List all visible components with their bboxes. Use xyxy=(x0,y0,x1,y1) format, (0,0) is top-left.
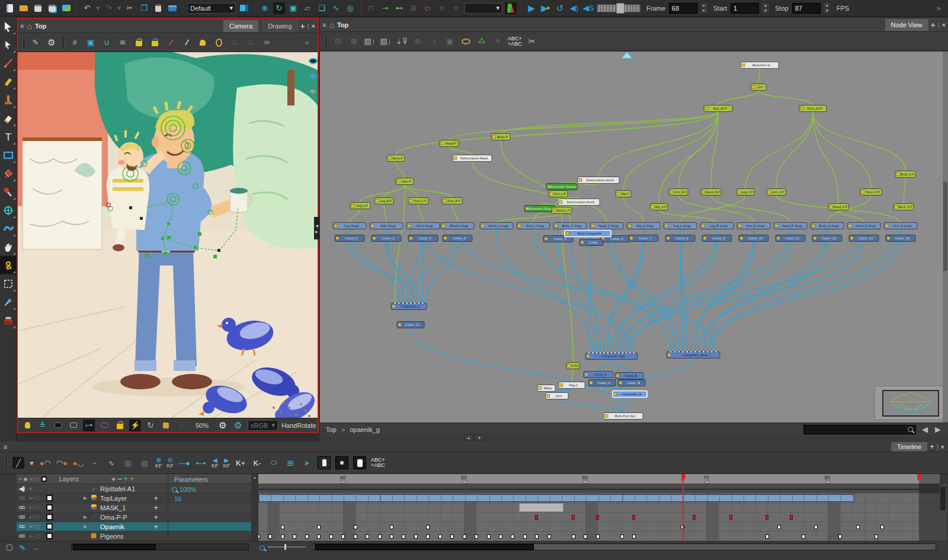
cable-cutter-icon[interactable]: ✂ xyxy=(526,36,538,47)
graph-node-ctb[interactable]: Cutter_B xyxy=(618,380,645,386)
lock-view-icon[interactable] xyxy=(114,420,126,431)
track-row-Pigeons[interactable] xyxy=(258,532,940,541)
add-layer-button[interactable]: + xyxy=(111,475,116,484)
stop-motion-keyframe-icon[interactable]: ▪–▪ xyxy=(195,457,207,469)
node-wire[interactable] xyxy=(602,386,630,391)
top-light-icon[interactable]: ⬭ xyxy=(245,37,257,49)
pen-tool-icon[interactable]: ╱ xyxy=(12,457,24,469)
keyframe[interactable] xyxy=(378,535,382,539)
timeline-splitter-buttons[interactable]: ▲▼ xyxy=(464,434,484,441)
graph-node-s13[interactable]: Cutter_13 xyxy=(849,235,879,242)
graph-node-mcomp[interactable]: Multi-Composite xyxy=(565,231,611,237)
slider-b-icon[interactable]: ≑ xyxy=(450,2,462,14)
add-view-icon[interactable]: + xyxy=(931,20,936,30)
node-graph-canvas[interactable]: Multi-Port-InG-POpa_All-POma_All-PNeck-P… xyxy=(320,52,948,423)
graph-node-e3[interactable]: Deco (img) xyxy=(406,223,440,229)
node-wire[interactable] xyxy=(557,399,623,413)
color-card-icon[interactable] xyxy=(505,2,517,14)
panel-splitter[interactable]: ◀▶ xyxy=(314,217,319,239)
node-wire[interactable] xyxy=(557,389,572,393)
node-wire[interactable] xyxy=(758,69,760,84)
node-wire[interactable] xyxy=(497,229,593,353)
layer-enable-checkbox[interactable] xyxy=(46,523,53,530)
paint-tool[interactable] xyxy=(0,164,17,183)
graph-node-hips[interactable]: Hips-P xyxy=(396,178,414,185)
graph-node-s8[interactable]: Cutter_8 xyxy=(665,235,695,242)
graph-node-e13[interactable]: Hand_R (img) xyxy=(774,223,807,229)
layer-enable-checkbox[interactable] xyxy=(46,514,53,520)
graph-node-s3[interactable]: Cutter_3 xyxy=(408,235,438,242)
frame-input[interactable]: 68 xyxy=(669,3,697,14)
graph-node-defa2[interactable]: Deformation-Arm2 xyxy=(558,199,600,206)
align-icon[interactable]: ⊞ xyxy=(408,2,419,14)
playhead[interactable] xyxy=(683,474,684,541)
keyframe-red[interactable] xyxy=(535,515,538,520)
brush-preset-icon[interactable]: ✎ xyxy=(30,37,41,49)
graph-node-cutL[interactable]: Cutter_17 xyxy=(397,322,424,328)
breadcrumb-current[interactable]: opaenik_g xyxy=(350,426,380,433)
keyframe[interactable] xyxy=(329,535,333,539)
keyframe[interactable] xyxy=(354,525,357,529)
rename-drawing-icon[interactable]: ABC++ABC xyxy=(371,457,385,468)
layer-order-icon[interactable]: ≜ xyxy=(37,420,49,431)
graph-node-leg3[interactable]: Leg_3-P xyxy=(736,189,754,196)
safe-area-icon[interactable]: ▣ xyxy=(85,37,97,49)
keyframe[interactable] xyxy=(366,535,369,539)
onion-skin-curve-icon[interactable]: ∪ xyxy=(101,37,113,49)
loop-icon[interactable]: ↺ xyxy=(554,2,566,14)
view-menu-icon[interactable]: ≡ xyxy=(4,443,7,450)
contour-editor-tool[interactable] xyxy=(0,219,17,238)
graph-node-s10[interactable]: Cutter_10 xyxy=(739,235,768,242)
graph-node-s11[interactable]: Cutter_11 xyxy=(776,235,805,242)
keyframe[interactable] xyxy=(390,525,393,529)
keyframe[interactable] xyxy=(258,535,260,539)
tracks-hscrollbar[interactable] xyxy=(313,543,936,551)
onion-skin-tool[interactable] xyxy=(0,311,17,329)
keyframe[interactable] xyxy=(499,535,502,539)
graph-node-legl[interactable]: Leg_L-P xyxy=(350,203,370,209)
keyframe[interactable] xyxy=(317,535,321,539)
expo-minus-icon[interactable]: K- xyxy=(251,457,263,469)
keyframe[interactable] xyxy=(880,525,884,529)
graph-node-cta[interactable]: Cutter_A xyxy=(588,380,616,386)
graph-node-line[interactable]: Line xyxy=(546,393,568,399)
connection-icon[interactable]: ⁂ xyxy=(476,36,488,47)
node-wire[interactable] xyxy=(396,112,718,155)
paste-icon[interactable] xyxy=(152,2,164,14)
scale-tool-icon[interactable]: ▣ xyxy=(287,2,299,14)
node-wire[interactable] xyxy=(350,209,360,223)
display-icon[interactable]: ⊜ xyxy=(412,36,424,47)
graph-node-legr[interactable]: Leg_R-P xyxy=(374,198,393,204)
collapse-all-icon[interactable]: » xyxy=(19,476,21,482)
zoom-tool[interactable] xyxy=(0,293,17,311)
graph-node-e8[interactable]: Head_1 (img) xyxy=(590,223,623,229)
keyframe[interactable] xyxy=(305,535,309,539)
instant-refresh-icon[interactable]: ⚡ xyxy=(129,420,141,431)
tab-timeline[interactable]: Timeline xyxy=(891,442,927,452)
close-view-icon[interactable]: × xyxy=(312,23,315,30)
preset-select[interactable]: ▾ xyxy=(465,3,502,14)
keyframe[interactable] xyxy=(838,535,842,539)
sound-display-icon[interactable]: ⫸ xyxy=(301,457,313,469)
ease-both-icon[interactable]: ●◡ xyxy=(72,457,84,469)
graph-node-s9[interactable]: Cutter_9 xyxy=(702,235,732,242)
keyframe[interactable] xyxy=(475,535,478,539)
keyframe[interactable] xyxy=(450,535,454,539)
node-wire[interactable] xyxy=(418,204,423,223)
onion-toggle-icon[interactable]: CC xyxy=(19,514,27,520)
keyframe[interactable] xyxy=(814,525,818,529)
motion-keyframe-icon[interactable]: ◦–● xyxy=(178,457,190,469)
graph-node-matte[interactable]: Matte xyxy=(537,385,555,392)
text-tool[interactable]: T xyxy=(0,127,17,146)
graph-node-s4[interactable]: Cutter_4 xyxy=(443,235,472,242)
workspace-layout-icon[interactable] xyxy=(238,2,250,14)
node-search-input[interactable] xyxy=(803,425,916,434)
graph-node-tors2[interactable]: Torso_2-P xyxy=(860,189,882,196)
expand-arrow-icon[interactable]: ▶ xyxy=(84,514,88,520)
timeline-tracks[interactable]: 4050607080 xyxy=(258,474,940,552)
keyframe[interactable] xyxy=(856,525,860,529)
camera-toolbar-overflow-icon[interactable]: » xyxy=(301,37,313,49)
graph-node-arml[interactable]: Arm_L-P xyxy=(549,191,568,197)
camera-mask-icon[interactable] xyxy=(213,37,225,49)
node-wire[interactable] xyxy=(611,360,629,373)
